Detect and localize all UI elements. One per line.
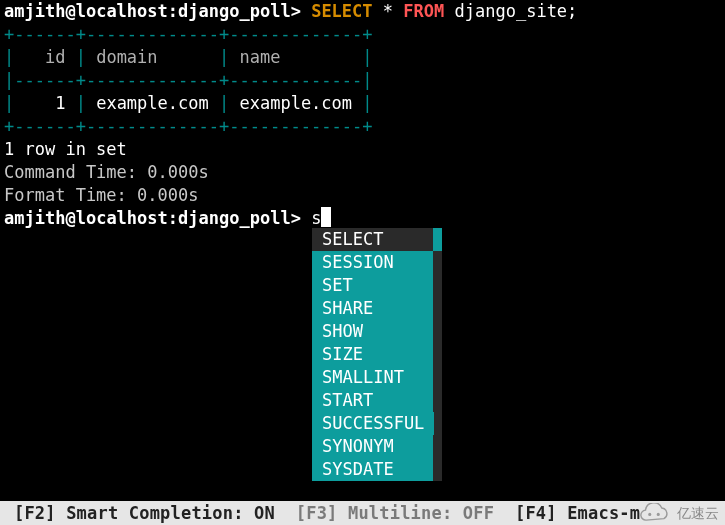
autocomplete-item-label: START [322, 389, 373, 412]
autocomplete-item-label: SYSDATE [322, 458, 394, 481]
terminal-output: amjith@localhost:django_poll> SELECT * F… [0, 0, 725, 230]
autocomplete-item[interactable]: SHARE [312, 297, 442, 320]
cursor [321, 207, 331, 227]
table-border: |------+-------------+-------------| [4, 69, 721, 92]
cell-domain: example.com [96, 93, 209, 113]
autocomplete-scrollbar-segment[interactable] [433, 297, 442, 320]
autocomplete-scrollbar-segment[interactable] [433, 366, 442, 389]
autocomplete-scrollbar-segment[interactable] [434, 412, 442, 435]
sql-from-keyword: FROM [403, 1, 444, 21]
prompt-line-2[interactable]: amjith@localhost:django_poll> s [4, 207, 721, 230]
row-count: 1 row in set [4, 138, 721, 161]
toolbar-f2[interactable]: [F2] Smart Completion: ON [14, 502, 275, 525]
toolbar-f3[interactable]: [F3] Multiline: OFF [296, 502, 494, 525]
sql-table-name: django_site [455, 1, 568, 21]
prompt-db: django_poll [178, 1, 291, 21]
format-time: Format Time: 0.000s [4, 184, 721, 207]
svg-point-0 [648, 513, 651, 516]
prompt-suffix: > [291, 1, 301, 21]
autocomplete-item[interactable]: SET [312, 274, 442, 297]
autocomplete-item-label: SHOW [322, 320, 363, 343]
prompt-line-1: amjith@localhost:django_poll> SELECT * F… [4, 0, 721, 23]
prompt-user: amjith [4, 1, 65, 21]
autocomplete-item-label: SHARE [322, 297, 373, 320]
autocomplete-item[interactable]: START [312, 389, 442, 412]
autocomplete-popup[interactable]: SELECTSESSIONSETSHARESHOWSIZESMALLINTSTA… [312, 228, 442, 481]
autocomplete-item[interactable]: SUCCESSFUL [312, 412, 442, 435]
cell-id: 1 [55, 93, 65, 113]
autocomplete-item[interactable]: SMALLINT [312, 366, 442, 389]
table-border: +------+-------------+-------------+ [4, 115, 721, 138]
autocomplete-scrollbar-segment[interactable] [433, 435, 442, 458]
autocomplete-scrollbar-segment[interactable] [433, 228, 442, 251]
command-time: Command Time: 0.000s [4, 161, 721, 184]
autocomplete-item[interactable]: SHOW [312, 320, 442, 343]
autocomplete-item-label: SESSION [322, 251, 394, 274]
autocomplete-item[interactable]: SYNONYM [312, 435, 442, 458]
autocomplete-item-label: SUCCESSFUL [322, 412, 424, 435]
autocomplete-item-label: SIZE [322, 343, 363, 366]
autocomplete-scrollbar-segment[interactable] [433, 458, 442, 481]
autocomplete-scrollbar-segment[interactable] [433, 389, 442, 412]
column-header: name [239, 47, 280, 67]
typed-input[interactable]: s [311, 208, 321, 228]
autocomplete-scrollbar-segment[interactable] [433, 320, 442, 343]
table-row: | 1 | example.com | example.com | [4, 92, 721, 115]
autocomplete-scrollbar-segment[interactable] [433, 343, 442, 366]
column-header: domain [96, 47, 157, 67]
autocomplete-item[interactable]: SESSION [312, 251, 442, 274]
autocomplete-item[interactable]: SYSDATE [312, 458, 442, 481]
watermark: 亿速云 [637, 501, 719, 525]
watermark-text: 亿速云 [677, 502, 719, 525]
autocomplete-item-label: SYNONYM [322, 435, 394, 458]
autocomplete-item[interactable]: SIZE [312, 343, 442, 366]
table-border: +------+-------------+-------------+ [4, 23, 721, 46]
table-header-row: | id | domain | name | [4, 46, 721, 69]
status-toolbar: [F2] Smart Completion: ON [F3] Multiline… [0, 501, 725, 525]
toolbar-f4[interactable]: [F4] Emacs-m [515, 502, 640, 525]
autocomplete-item-label: SELECT [322, 228, 383, 251]
autocomplete-item-label: SET [322, 274, 353, 297]
column-header: id [45, 47, 65, 67]
svg-point-1 [657, 513, 660, 516]
prompt-host: localhost [76, 1, 168, 21]
cell-name: example.com [239, 93, 352, 113]
autocomplete-scrollbar-segment[interactable] [433, 251, 442, 274]
cloud-icon [637, 503, 671, 523]
autocomplete-item-label: SMALLINT [322, 366, 404, 389]
autocomplete-item[interactable]: SELECT [312, 228, 442, 251]
sql-select-keyword: SELECT [311, 1, 372, 21]
autocomplete-scrollbar-segment[interactable] [433, 274, 442, 297]
